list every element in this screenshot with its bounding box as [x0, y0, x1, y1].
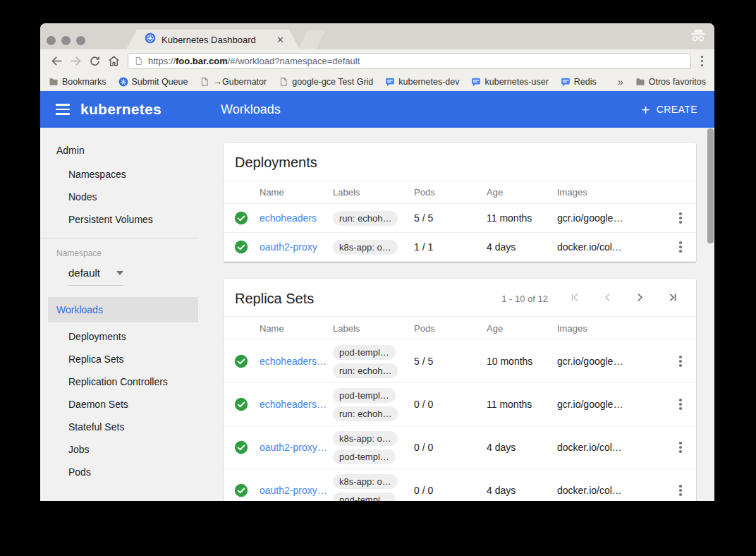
bookmark-item[interactable]: →Gubernator: [200, 77, 267, 87]
resource-link[interactable]: oauth2-proxy…: [260, 442, 327, 453]
tab-close-icon[interactable]: ✕: [276, 35, 284, 45]
page-icon: [279, 77, 288, 87]
images-cell: docker.io/col…: [557, 442, 665, 453]
column-header-pods: Pods: [414, 323, 487, 334]
browser-toolbar: https://foo.bar.com/#/workload?namespace…: [40, 49, 714, 73]
resource-link[interactable]: echoheaders…: [260, 399, 327, 410]
sidebar-item-pods[interactable]: Pods: [40, 461, 198, 483]
namespace-label: Namespace: [40, 238, 198, 258]
row-menu-icon[interactable]: [673, 238, 688, 255]
sidebar-item-jobs[interactable]: Jobs: [40, 438, 198, 461]
browser-tab[interactable]: Kubernetes Dashboard ✕: [126, 30, 300, 49]
table-body: echoheaders…pod-templ…run: echoh…5 / 510…: [224, 340, 696, 501]
row-menu-icon[interactable]: [673, 439, 688, 456]
pods-cell: 0 / 0: [414, 442, 487, 453]
browser-menu-icon[interactable]: [697, 53, 708, 70]
age-cell: 11 months: [487, 212, 557, 224]
row-menu-icon[interactable]: [673, 353, 688, 370]
bookmark-label: kubernetes-user: [484, 77, 548, 87]
home-icon[interactable]: [104, 52, 123, 71]
row-menu-icon[interactable]: [673, 210, 688, 226]
new-tab-button[interactable]: [298, 30, 325, 49]
bookmark-label: Bookmarks: [62, 77, 106, 87]
column-header-name: Name: [260, 323, 333, 334]
zoom-window-button[interactable]: [76, 36, 85, 45]
pods-cell: 0 / 0: [414, 399, 487, 410]
next-page-icon[interactable]: [631, 290, 648, 307]
column-header-images: Images: [557, 323, 665, 334]
bookmark-item[interactable]: Otros favoritos: [635, 77, 706, 87]
column-header-pods: Pods: [414, 187, 487, 198]
resource-link[interactable]: oauth2-proxy: [260, 241, 317, 253]
table-row: oauth2-proxy…k8s-app: o…pod-templ…0 / 04…: [224, 469, 696, 501]
incognito-icon: [689, 28, 707, 46]
workloads-items: DeploymentsReplica SetsReplication Contr…: [40, 325, 198, 483]
bookmark-item[interactable]: google-gce Test Grid: [279, 77, 373, 87]
row-menu-icon[interactable]: [673, 482, 688, 499]
pods-cell: 1 / 1: [414, 241, 487, 253]
folder-icon: [635, 77, 645, 87]
scrollbar-thumb[interactable]: [707, 128, 714, 243]
resource-link[interactable]: echoheaders…: [260, 356, 327, 367]
table-row: echoheadersrun: echoh…5 / 511 monthsgcr.…: [224, 204, 696, 233]
row-menu-icon[interactable]: [673, 396, 688, 413]
page-title: Workloads: [221, 102, 281, 117]
images-cell: docker.io/col…: [557, 485, 665, 496]
hamburger-menu-icon[interactable]: [56, 104, 70, 115]
age-cell: 10 months: [487, 356, 557, 367]
images-cell: gcr.io/google…: [557, 399, 665, 410]
age-cell: 4 days: [487, 485, 557, 496]
sidebar-item-nodes[interactable]: Nodes: [40, 186, 198, 208]
sidebar-nav: Admin NamespacesNodesPersistent Volumes …: [40, 128, 198, 501]
sidebar-item-namespaces[interactable]: Namespaces: [40, 163, 198, 186]
status-success-icon: [224, 440, 260, 454]
images-cell: docker.io/col…: [557, 241, 665, 253]
replica-sets-card: Replica Sets 1 - 10 of 12: [224, 279, 696, 501]
url-bar[interactable]: https://foo.bar.com/#/workload?namespace…: [128, 53, 691, 69]
browser-tabstrip: Kubernetes Dashboard ✕: [40, 23, 714, 49]
sidebar-item-persistent-volumes[interactable]: Persistent Volumes: [40, 208, 198, 231]
resource-link[interactable]: oauth2-proxy…: [260, 485, 327, 496]
images-cell: gcr.io/google…: [557, 212, 665, 224]
back-icon[interactable]: [47, 52, 66, 71]
tab-title: Kubernetes Dashboard: [161, 35, 256, 45]
reload-icon[interactable]: [85, 52, 104, 71]
sidebar-item-replica-sets[interactable]: Replica Sets: [40, 348, 198, 370]
bookmark-item[interactable]: Redis: [561, 77, 597, 87]
sidebar-item-stateful-sets[interactable]: Stateful Sets: [40, 416, 198, 438]
bookmark-item[interactable]: »: [618, 76, 623, 87]
column-header-age: Age: [487, 323, 557, 334]
label-chip: pod-templ…: [333, 345, 396, 360]
namespace-select[interactable]: default: [68, 267, 123, 286]
label-chip: run: echoh…: [333, 211, 398, 226]
bookmark-item[interactable]: kubernetes-dev: [385, 77, 459, 87]
sidebar-item-workloads[interactable]: Workloads: [48, 297, 198, 322]
sidebar-item-daemon-sets[interactable]: Daemon Sets: [40, 393, 198, 416]
card-title-replica-sets: Replica Sets: [235, 291, 314, 307]
status-success-icon: [224, 240, 260, 254]
sidebar-item-replication-controllers[interactable]: Replication Controllers: [40, 370, 198, 393]
label-chip: k8s-app: o…: [333, 431, 398, 446]
last-page-icon[interactable]: [664, 290, 681, 307]
url-text: https://foo.bar.com/#/workload?namespace…: [148, 56, 360, 66]
bookmark-label: Redis: [574, 77, 597, 87]
bookmark-label: google-gce Test Grid: [292, 77, 373, 87]
bookmark-item[interactable]: kubernetes-user: [471, 77, 548, 87]
chat-icon: [561, 77, 571, 87]
column-header-age: Age: [487, 187, 557, 198]
resource-link[interactable]: echoheaders: [260, 212, 317, 224]
forward-icon[interactable]: [66, 52, 85, 71]
table-row: oauth2-proxy…k8s-app: o…pod-templ…0 / 04…: [224, 426, 696, 469]
kubernetes-icon: [118, 77, 128, 87]
bookmark-item[interactable]: Bookmarks: [49, 77, 106, 87]
minimize-window-button[interactable]: [61, 36, 71, 45]
chat-icon: [385, 77, 395, 87]
create-button[interactable]: + CREATE: [641, 102, 697, 117]
previous-page-icon[interactable]: [599, 290, 616, 307]
bookmark-item[interactable]: Submit Queue: [118, 77, 188, 87]
first-page-icon[interactable]: [566, 290, 583, 307]
sidebar-item-deployments[interactable]: Deployments: [40, 325, 198, 348]
close-window-button[interactable]: [47, 36, 56, 45]
plus-icon: +: [641, 102, 650, 117]
sidebar-header-admin[interactable]: Admin: [40, 138, 198, 163]
